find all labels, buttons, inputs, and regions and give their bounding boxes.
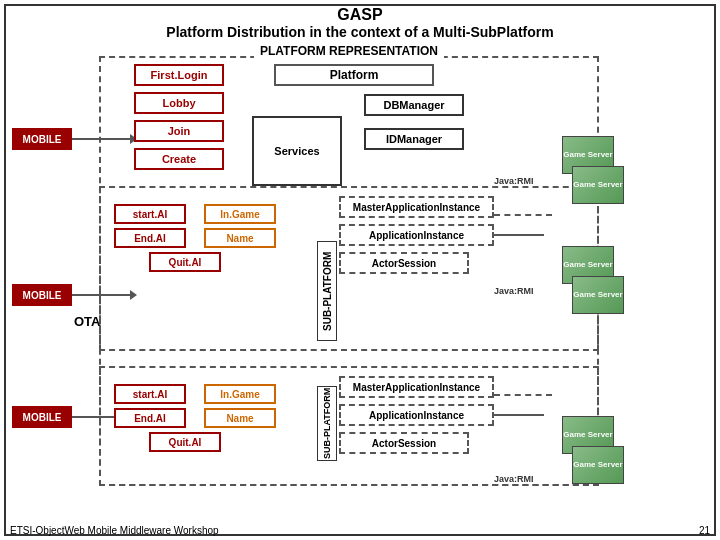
gs-label-1b: Game Server: [573, 180, 622, 190]
arrow-gs-1: [494, 234, 544, 236]
arrow-gs-2: [494, 414, 544, 416]
ingame-btn-1: In.Game: [204, 204, 276, 224]
mobile-label-1: MOBILE: [12, 128, 72, 150]
dashed-arrow-2: [494, 394, 552, 396]
gs-box-3b: Game Server: [572, 446, 624, 484]
app-inst-1: ApplicationInstance: [339, 224, 494, 246]
endai-btn-1: End.AI: [114, 228, 186, 248]
firstlogin-box: First.Login: [134, 64, 224, 86]
ingame-btn-2: In.Game: [204, 384, 276, 404]
master-app-inst-1: MasterApplicationInstance: [339, 196, 494, 218]
gs-label-2a: Game Server: [563, 260, 612, 270]
platform-rep-label: PLATFORM REPRESENTATION: [254, 44, 444, 58]
java-rmi-1: Java:RMI: [494, 176, 534, 186]
dbmanager-box: DBManager: [364, 94, 464, 116]
startai-btn-1: start.AI: [114, 204, 186, 224]
title-area: GASP Platform Distribution in the contex…: [0, 6, 720, 40]
title-line2: Platform Distribution in the context of …: [0, 24, 720, 40]
gs-label-1a: Game Server: [563, 150, 612, 160]
name-btn-2: Name: [204, 408, 276, 428]
dashed-arrow-1: [494, 214, 552, 216]
endai-btn-2: End.AI: [114, 408, 186, 428]
startai-btn-2: start.AI: [114, 384, 186, 404]
ota-label: OTA: [74, 314, 100, 329]
quitai-btn-1: Quit.AI: [149, 252, 221, 272]
lobby-box: Lobby: [134, 92, 224, 114]
actor-session-1: ActorSession: [339, 252, 469, 274]
quitai-btn-2: Quit.AI: [149, 432, 221, 452]
mobile-label-3: MOBILE: [12, 406, 72, 428]
gs-label-2b: Game Server: [573, 290, 622, 300]
join-box: Join: [134, 120, 224, 142]
gs-box-1b: Game Server: [572, 166, 624, 204]
idmanager-box: IDManager: [364, 128, 464, 150]
gs-label-3a: Game Server: [563, 430, 612, 440]
app-inst-2: ApplicationInstance: [339, 404, 494, 426]
master-app-inst-2: MasterApplicationInstance: [339, 376, 494, 398]
main-content: PLATFORM REPRESENTATION MOBILE MOBILE MO…: [4, 56, 716, 526]
gs-label-3b: Game Server: [573, 460, 622, 470]
title-line1: GASP: [0, 6, 720, 24]
mobile-label-2: MOBILE: [12, 284, 72, 306]
login-box: Platform: [274, 64, 434, 86]
subplatform-vert-1: SUB-PLATFORM: [317, 241, 337, 341]
gs-box-2b: Game Server: [572, 276, 624, 314]
footer-right: 21: [699, 525, 710, 536]
actor-session-2: ActorSession: [339, 432, 469, 454]
name-btn-1: Name: [204, 228, 276, 248]
footer: ETSI-ObjectWeb Mobile Middleware Worksho…: [0, 523, 720, 538]
create-box: Create: [134, 148, 224, 170]
footer-left: ETSI-ObjectWeb Mobile Middleware Worksho…: [10, 525, 219, 536]
java-rmi-3: Java:RMI: [494, 474, 534, 484]
subplatform-vert-2: SUB-PLATFORM: [317, 386, 337, 461]
java-rmi-2: Java:RMI: [494, 286, 534, 296]
services-box: Services: [252, 116, 342, 186]
arrow-mobile1: [72, 138, 134, 140]
